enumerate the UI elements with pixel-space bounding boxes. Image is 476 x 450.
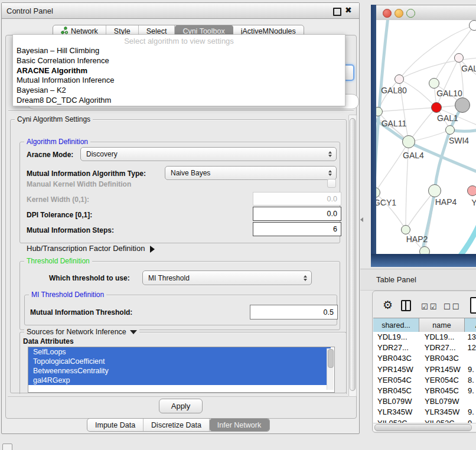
sources-group-title[interactable]: Sources for Network Inference bbox=[24, 328, 139, 337]
mi-type-value: Naive Bayes bbox=[171, 169, 210, 177]
unchecked-columns-icon[interactable]: ☐☐ bbox=[444, 302, 461, 311]
table-cell: YDR27... bbox=[419, 343, 465, 353]
column-header-shared-name[interactable]: shared... bbox=[373, 318, 419, 332]
algorithm-popup-item[interactable]: Dream8 DC_TDC Algorithm bbox=[13, 96, 345, 106]
algorithm-popup-item[interactable]: Mutual Information Inference bbox=[13, 76, 345, 86]
node-gal1-red[interactable] bbox=[431, 102, 442, 113]
table-horizontal-scrollbar[interactable] bbox=[373, 423, 476, 431]
table-row[interactable]: YDR27...YDR27...12 bbox=[373, 343, 476, 353]
node-gray[interactable] bbox=[455, 97, 470, 113]
table-cell: YDL19... bbox=[373, 332, 419, 343]
kernel-width-field[interactable]: 0.0 bbox=[253, 192, 341, 206]
settings-scrollbar-thumb[interactable] bbox=[350, 118, 356, 391]
tab-discretize-data[interactable]: Discretize Data bbox=[144, 419, 210, 431]
table-row[interactable]: YBR045CYBR045C9. bbox=[373, 386, 476, 396]
algorithm-popup-item[interactable]: Bayesian – Hill Climbing bbox=[13, 46, 345, 56]
expand-arrow-icon[interactable] bbox=[150, 246, 155, 253]
table-row[interactable]: YDL19...YDL19...13 bbox=[373, 332, 476, 343]
node-top-white[interactable] bbox=[469, 20, 476, 31]
node-hap4[interactable] bbox=[428, 184, 441, 197]
network-node-label: HAP4 bbox=[435, 197, 457, 207]
column-header-name[interactable]: name bbox=[419, 318, 465, 332]
apply-button[interactable]: Apply bbox=[159, 399, 203, 413]
network-window-titlebar[interactable] bbox=[376, 5, 476, 21]
table-row[interactable]: YIL052CYIL052C9 bbox=[373, 418, 476, 423]
node-gal4[interactable] bbox=[402, 135, 415, 148]
table-cell: 12 bbox=[465, 343, 476, 353]
minimize-traffic-light-icon[interactable] bbox=[395, 9, 403, 18]
table-cell: YER054C bbox=[373, 375, 419, 386]
close-icon[interactable]: ✖ bbox=[345, 5, 352, 15]
node-gal10[interactable] bbox=[429, 78, 439, 89]
table-cell: YPR145W bbox=[373, 364, 419, 375]
dpi-tolerance-field[interactable]: 0.0 bbox=[253, 207, 341, 221]
collapse-arrow-icon[interactable] bbox=[130, 330, 137, 334]
control-panel-titlebar[interactable]: Control Panel ✖ bbox=[2, 3, 359, 19]
data-attribute-item[interactable]: TopologicalCoefficient bbox=[28, 357, 331, 366]
dpi-tolerance-label: DPI Tolerance [0,1]: bbox=[27, 211, 92, 219]
table-cell: 9. bbox=[465, 364, 474, 375]
algorithm-popup-item[interactable]: Basic Correlation Inference bbox=[13, 56, 345, 66]
attributes-scrollbar-thumb[interactable] bbox=[328, 349, 334, 368]
settings-vertical-scrollbar[interactable] bbox=[348, 115, 357, 397]
hub-definition-toggle[interactable]: Hub/Transcription Factor Definition bbox=[27, 244, 155, 253]
node-swi4[interactable] bbox=[445, 125, 455, 135]
algorithm-select-popup: Select algorithm to view settings Bayesi… bbox=[12, 34, 345, 106]
table-scrollbar-thumb[interactable] bbox=[374, 424, 472, 431]
float-window-icon[interactable] bbox=[333, 8, 341, 16]
table-row[interactable]: YPR145WYPR145W9. bbox=[373, 364, 476, 375]
node-y-pink[interactable] bbox=[467, 185, 476, 196]
algorithm-popup-list: Bayesian – Hill ClimbingBasic Correlatio… bbox=[13, 46, 345, 106]
zoom-traffic-light-icon[interactable] bbox=[406, 9, 415, 18]
table-row[interactable]: YER054CYER054C8. bbox=[373, 375, 476, 386]
attributes-scrollbar[interactable] bbox=[327, 348, 334, 390]
node-gal-pink[interactable] bbox=[454, 53, 464, 63]
data-attribute-item[interactable]: SelfLoops bbox=[28, 347, 331, 357]
table-cell: YBR045C bbox=[373, 386, 419, 396]
node-gal80[interactable] bbox=[395, 74, 404, 84]
column-header-clipped[interactable]: A bbox=[465, 318, 476, 332]
network-node-label: GAL4 bbox=[403, 151, 424, 160]
manual-kernel-checkbox[interactable] bbox=[327, 179, 336, 188]
cyni-algorithm-settings-title: Cyni Algorithm Settings bbox=[15, 115, 93, 124]
table-cell: 9 bbox=[465, 418, 472, 423]
stepper-arrows-icon bbox=[328, 151, 332, 157]
algorithm-popup-item[interactable]: ARACNE Algorithm bbox=[13, 66, 345, 76]
tab-infer-network[interactable]: Infer Network bbox=[210, 419, 269, 431]
aracne-mode-combobox[interactable]: Discovery bbox=[80, 147, 337, 161]
table-row[interactable]: YBL079WYBL079W bbox=[373, 396, 476, 407]
close-traffic-light-icon[interactable] bbox=[383, 9, 392, 18]
data-attributes-list[interactable]: SelfLoopsTopologicalCoefficientBetweenne… bbox=[28, 347, 335, 393]
node-bottom[interactable] bbox=[419, 246, 430, 254]
tab-impute-data[interactable]: Impute Data bbox=[87, 419, 144, 431]
mi-type-label: Mutual Information Algorithm Type: bbox=[27, 169, 146, 178]
which-threshold-label: Which threshold to use: bbox=[49, 274, 130, 282]
node-hap2[interactable] bbox=[401, 225, 410, 234]
table-row[interactable]: YBR043CYBR043C bbox=[373, 353, 476, 364]
network-node-label: GAL10 bbox=[436, 89, 462, 98]
mi-type-combobox[interactable]: Naive Bayes bbox=[165, 166, 337, 180]
checked-columns-icon[interactable]: ☑☑ bbox=[421, 302, 438, 311]
network-canvas[interactable]: GALGAL80GAL10GAL1GAL11SWI4GAL4GCY1HAP4YH… bbox=[376, 20, 476, 254]
which-threshold-combobox[interactable]: MI Threshold bbox=[142, 270, 312, 285]
clipped-toolbar-icon[interactable] bbox=[470, 297, 476, 314]
table-row[interactable]: YLR345WYLR345W9. bbox=[373, 407, 476, 418]
minimized-panel-icon[interactable] bbox=[2, 444, 12, 450]
algorithm-popup-item[interactable]: Bayesian – K2 bbox=[13, 86, 345, 96]
columns-icon[interactable] bbox=[401, 300, 411, 311]
data-attribute-item[interactable]: BetweennessCentrality bbox=[28, 366, 331, 376]
which-threshold-value: MI Threshold bbox=[148, 274, 190, 282]
network-window-left-border bbox=[371, 5, 376, 267]
splitpane-divider-grip[interactable] bbox=[360, 217, 364, 223]
data-attribute-item[interactable]: gal4RGexp bbox=[28, 376, 331, 385]
kernel-width-label: Kernel Width (0,1): bbox=[27, 195, 89, 204]
table-cell: 9. bbox=[465, 407, 474, 418]
mi-threshold-field[interactable]: 0.5 bbox=[250, 305, 338, 319]
gear-icon[interactable]: ⚙ bbox=[383, 298, 393, 312]
aracne-mode-value: Discovery bbox=[86, 150, 118, 158]
stepper-arrows-icon bbox=[304, 275, 307, 281]
mi-steps-field[interactable]: 6 bbox=[253, 222, 341, 236]
network-node-label: GAL11 bbox=[382, 119, 407, 128]
algorithm-definition-title: Algorithm Definition bbox=[24, 138, 90, 146]
network-node-label: Y bbox=[471, 198, 476, 207]
